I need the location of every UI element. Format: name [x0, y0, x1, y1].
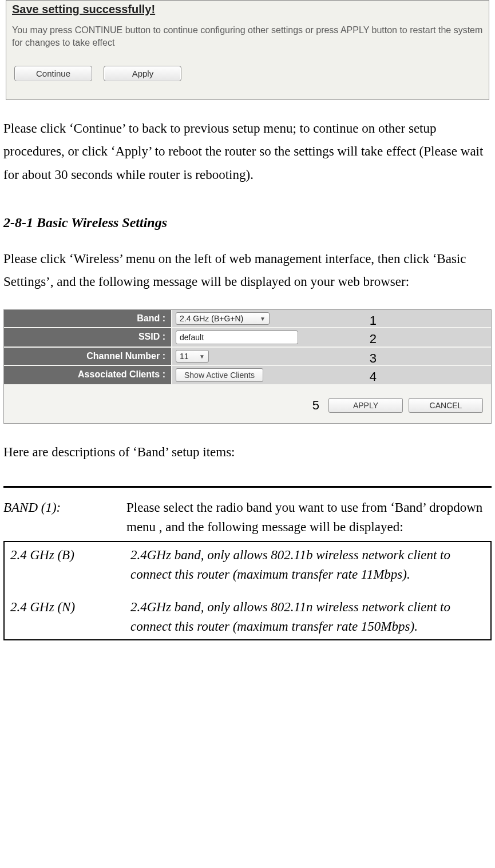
band-option-b-text: 2.4GHz band, only allows 802.11b wireles…	[130, 546, 488, 585]
band-option-b: 2.4 GHz (B) 2.4GHz band, only allows 802…	[7, 546, 488, 585]
band-options-table: 2.4 GHz (B) 2.4GHz band, only allows 802…	[3, 541, 492, 640]
continue-button[interactable]: Continue	[14, 66, 92, 81]
band-desc-label: BAND (1):	[3, 498, 126, 537]
save-success-panel: Save setting successfully! You may press…	[6, 0, 489, 100]
band-select-value: 2.4 GHz (B+G+N)	[180, 314, 243, 323]
band-desc-text: Please select the radio band you want to…	[126, 498, 492, 537]
callout-1: 1	[370, 313, 377, 328]
paragraph-wireless-intro: Please click ‘Wireless’ menu on the left…	[3, 248, 492, 294]
callout-5: 5	[312, 398, 319, 413]
wireless-settings-panel: Band : 2.4 GHz (B+G+N) ▼ 1 SSID : defaul…	[3, 309, 492, 424]
label-associated-clients: Associated Clients :	[4, 366, 172, 384]
band-select[interactable]: 2.4 GHz (B+G+N) ▼	[176, 312, 270, 325]
paragraph-band-desc-intro: Here are descriptions of ‘Band’ setup it…	[3, 441, 492, 464]
apply-settings-button[interactable]: APPLY	[328, 398, 403, 413]
band-description-row: BAND (1): Please select the radio band y…	[3, 498, 492, 537]
action-row: 5 APPLY CANCEL	[4, 385, 491, 413]
section-divider	[3, 486, 492, 488]
callout-3: 3	[370, 351, 377, 366]
panel-body-text: You may press CONTINUE button to continu…	[6, 18, 489, 49]
row-band: Band : 2.4 GHz (B+G+N) ▼ 1	[4, 310, 491, 328]
chevron-down-icon: ▼	[199, 353, 205, 360]
row-associated-clients: Associated Clients : Show Active Clients…	[4, 366, 491, 385]
apply-button[interactable]: Apply	[104, 66, 181, 81]
channel-select[interactable]: 11 ▼	[176, 350, 209, 363]
label-channel: Channel Number :	[4, 348, 172, 365]
section-heading: 2-8-1 Basic Wireless Settings	[3, 215, 492, 230]
band-option-n-text: 2.4GHz band, only allows 802.11n wireles…	[130, 598, 488, 637]
panel-button-row: Continue Apply	[6, 49, 489, 99]
panel-title: Save setting successfully!	[6, 1, 489, 18]
label-ssid: SSID :	[4, 328, 172, 347]
band-option-n-name: 2.4 GHz (N)	[7, 598, 130, 637]
label-band: Band :	[4, 310, 172, 327]
paragraph-continue-apply: Please click ‘Continue’ to back to previ…	[3, 117, 492, 186]
ssid-input[interactable]: default	[176, 331, 298, 344]
cancel-settings-button[interactable]: CANCEL	[409, 398, 483, 413]
callout-2: 2	[370, 332, 377, 347]
show-active-clients-button[interactable]: Show Active Clients	[176, 368, 263, 382]
chevron-down-icon: ▼	[260, 316, 266, 322]
callout-4: 4	[370, 369, 377, 384]
channel-select-value: 11	[180, 352, 189, 361]
row-ssid: SSID : default 2	[4, 328, 491, 348]
band-option-n: 2.4 GHz (N) 2.4GHz band, only allows 802…	[7, 598, 488, 637]
row-channel: Channel Number : 11 ▼ 3	[4, 348, 491, 366]
band-option-b-name: 2.4 GHz (B)	[7, 546, 130, 585]
